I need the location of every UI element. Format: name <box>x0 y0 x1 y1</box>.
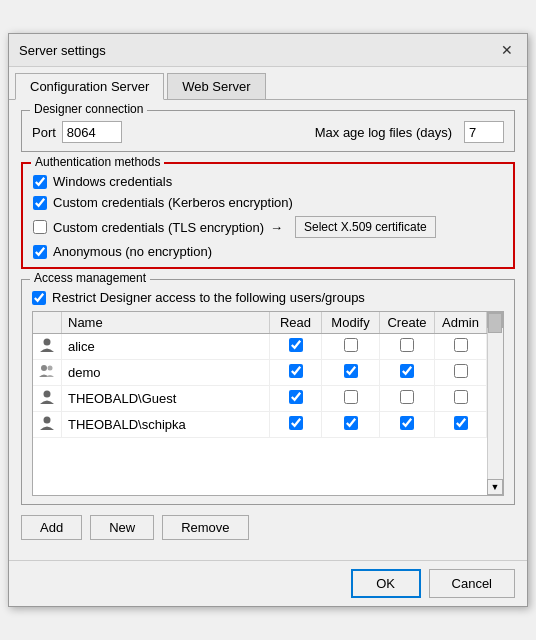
restrict-access-checkbox[interactable] <box>32 291 46 305</box>
user-icon <box>39 415 55 431</box>
auth-kerberos-label: Custom credentials (Kerberos encryption) <box>53 195 293 210</box>
user-modify-cell <box>322 386 380 412</box>
ok-button[interactable]: OK <box>351 569 421 598</box>
user-modify-checkbox[interactable] <box>344 390 358 404</box>
user-admin-checkbox[interactable] <box>454 364 468 378</box>
user-create-checkbox[interactable] <box>400 338 414 352</box>
user-name-cell: demo <box>62 360 270 386</box>
user-create-checkbox[interactable] <box>400 390 414 404</box>
auth-windows-label: Windows credentials <box>53 174 172 189</box>
close-button[interactable]: ✕ <box>497 40 517 60</box>
svg-point-1 <box>41 365 47 371</box>
user-read-checkbox[interactable] <box>289 364 303 378</box>
tab-bar: Configuration Server Web Server <box>9 67 527 100</box>
user-create-checkbox[interactable] <box>400 364 414 378</box>
user-icon <box>39 389 55 405</box>
select-certificate-button[interactable]: Select X.509 certificate <box>295 216 436 238</box>
access-management-group: Access management Restrict Designer acce… <box>21 279 515 505</box>
col-read: Read <box>270 312 322 334</box>
user-admin-cell <box>435 334 487 360</box>
auth-windows-checkbox[interactable] <box>33 175 47 189</box>
user-icon-cell <box>33 386 62 412</box>
user-name-cell: alice <box>62 334 270 360</box>
user-icon-cell <box>33 360 62 386</box>
user-admin-checkbox[interactable] <box>454 338 468 352</box>
auth-methods-group: Authentication methods Windows credentia… <box>21 162 515 269</box>
auth-tls-row: Custom credentials (TLS encryption) → Se… <box>33 216 503 238</box>
designer-connection-group: Designer connection Port Max age log fil… <box>21 110 515 152</box>
max-age-label: Max age log files (days) <box>315 125 452 140</box>
user-create-cell <box>380 360 435 386</box>
auth-tls-checkbox[interactable] <box>33 220 47 234</box>
group-icon <box>39 363 55 379</box>
table-row: THEOBALD\Guest <box>33 386 503 412</box>
user-modify-cell <box>322 412 380 438</box>
user-read-cell <box>270 386 322 412</box>
user-name-cell: THEOBALD\Guest <box>62 386 270 412</box>
max-age-input[interactable] <box>464 121 504 143</box>
tab-configuration-server[interactable]: Configuration Server <box>15 73 164 100</box>
user-read-cell <box>270 360 322 386</box>
user-create-cell <box>380 334 435 360</box>
user-modify-cell <box>322 334 380 360</box>
svg-point-0 <box>44 339 51 346</box>
scroll-down-button[interactable]: ▼ <box>487 479 503 495</box>
table-row: alice <box>33 334 503 360</box>
table-row: demo <box>33 360 503 386</box>
col-create: Create <box>380 312 435 334</box>
user-read-cell <box>270 334 322 360</box>
table-header-row: Name Read Modify Create Admin <box>33 312 503 334</box>
user-table: Name Read Modify Create Admin alicedemoT… <box>33 312 503 438</box>
user-create-cell <box>380 412 435 438</box>
svg-point-2 <box>48 366 53 371</box>
tab-web-server[interactable]: Web Server <box>167 73 265 99</box>
table-row: THEOBALD\schipka <box>33 412 503 438</box>
access-management-label: Access management <box>30 271 150 285</box>
user-admin-checkbox[interactable] <box>454 416 468 430</box>
port-label: Port <box>32 125 56 140</box>
add-button[interactable]: Add <box>21 515 82 540</box>
user-create-checkbox[interactable] <box>400 416 414 430</box>
action-buttons-row: Add New Remove <box>21 515 515 540</box>
user-modify-cell <box>322 360 380 386</box>
user-modify-checkbox[interactable] <box>344 416 358 430</box>
auth-windows-row: Windows credentials <box>33 174 503 189</box>
auth-tls-label: Custom credentials (TLS encryption) <box>53 220 264 235</box>
auth-anonymous-row: Anonymous (no encryption) <box>33 244 503 259</box>
user-modify-checkbox[interactable] <box>344 338 358 352</box>
user-read-checkbox[interactable] <box>289 338 303 352</box>
user-admin-cell <box>435 412 487 438</box>
user-modify-checkbox[interactable] <box>344 364 358 378</box>
auth-kerberos-row: Custom credentials (Kerberos encryption) <box>33 195 503 210</box>
remove-button[interactable]: Remove <box>162 515 248 540</box>
auth-kerberos-checkbox[interactable] <box>33 196 47 210</box>
user-read-cell <box>270 412 322 438</box>
cancel-button[interactable]: Cancel <box>429 569 515 598</box>
user-table-wrapper: Name Read Modify Create Admin alicedemoT… <box>32 311 504 496</box>
server-settings-dialog: Server settings ✕ Configuration Server W… <box>8 33 528 607</box>
designer-connection-row: Port Max age log files (days) <box>32 121 504 143</box>
user-read-checkbox[interactable] <box>289 416 303 430</box>
user-create-cell <box>380 386 435 412</box>
scrollbar-thumb[interactable] <box>488 313 502 333</box>
user-read-checkbox[interactable] <box>289 390 303 404</box>
new-button[interactable]: New <box>90 515 154 540</box>
col-name: Name <box>62 312 270 334</box>
port-input[interactable] <box>62 121 122 143</box>
user-icon-cell <box>33 412 62 438</box>
user-admin-cell <box>435 386 487 412</box>
user-name-cell: THEOBALD\schipka <box>62 412 270 438</box>
col-icon <box>33 312 62 334</box>
auth-methods-label: Authentication methods <box>31 155 164 169</box>
dialog-body: Designer connection Port Max age log fil… <box>9 100 527 560</box>
auth-anonymous-checkbox[interactable] <box>33 245 47 259</box>
svg-point-3 <box>44 391 51 398</box>
dialog-title: Server settings <box>19 43 106 58</box>
col-admin: Admin <box>435 312 487 334</box>
title-bar: Server settings ✕ <box>9 34 527 67</box>
designer-connection-label: Designer connection <box>30 102 147 116</box>
restrict-access-row: Restrict Designer access to the followin… <box>32 290 504 305</box>
user-admin-checkbox[interactable] <box>454 390 468 404</box>
scrollbar-track: ▲ ▼ <box>487 312 503 495</box>
user-icon-cell <box>33 334 62 360</box>
